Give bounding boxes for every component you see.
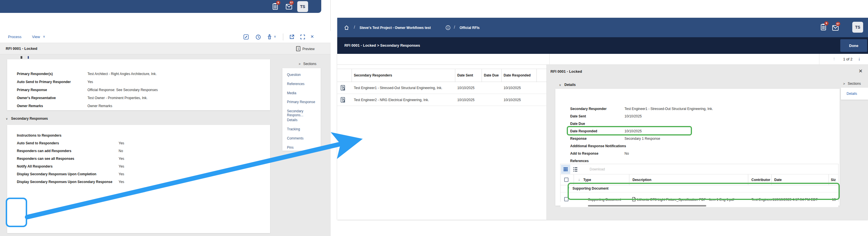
tab-details[interactable]: Details xyxy=(841,88,868,100)
field-label: Auto Send to Responders xyxy=(17,141,59,145)
field-value: Yes xyxy=(119,164,124,168)
sections-nav: Question References Media Primary Respon… xyxy=(282,68,321,151)
section-link-secondary-responses[interactable]: Secondary Respons... xyxy=(287,109,321,117)
home-icon[interactable] xyxy=(344,25,349,30)
select-all-checkbox[interactable] xyxy=(564,178,568,182)
secondary-responses-header[interactable]: ∨ Secondary Responses xyxy=(6,116,48,121)
col-date-due[interactable]: Date Due xyxy=(484,73,499,77)
section-link-references[interactable]: References xyxy=(287,82,304,86)
field-value: Yes xyxy=(119,180,124,184)
section-link-question[interactable]: Question xyxy=(287,73,301,77)
date-sent: 10/10/2025 xyxy=(457,98,474,102)
close-icon[interactable]: ✕ xyxy=(310,34,314,39)
field-value-response: Secondary 1 Response xyxy=(624,137,660,141)
section-link-comments[interactable]: Comments xyxy=(287,136,304,140)
doc-preview-icon[interactable] xyxy=(340,85,346,91)
sections-label: Sections xyxy=(848,82,861,86)
projects-doc-icon[interactable]: 9 xyxy=(819,23,828,31)
field-label: Instructions to Responders xyxy=(17,133,61,137)
refs-toolbar: Download xyxy=(560,164,838,175)
field-value: 10/10/2025 xyxy=(624,114,642,118)
sort-down-icon[interactable]: ↓ xyxy=(578,177,580,182)
col-date[interactable]: Date xyxy=(774,178,782,182)
fullscreen-icon[interactable] xyxy=(300,34,306,40)
field-value: Owner Remarks xyxy=(88,104,112,108)
chevron-right-icon: > xyxy=(843,82,845,85)
prev-page-icon[interactable]: ↑ xyxy=(833,56,835,62)
section-link-media[interactable]: Media xyxy=(287,91,297,95)
sections-label: Sections xyxy=(303,62,316,66)
date-responded: 10/10/2025 xyxy=(504,86,521,90)
avatar[interactable]: TS xyxy=(852,22,863,33)
history-icon[interactable] xyxy=(255,34,261,40)
projects-doc-icon[interactable]: 9 xyxy=(271,2,280,11)
chevron-down-icon: ∨ xyxy=(43,35,45,38)
secondary-responses-title: Secondary Responses xyxy=(11,116,48,121)
share-icon[interactable] xyxy=(267,34,273,40)
info-icon[interactable] xyxy=(445,25,451,30)
doc-preview-icon[interactable] xyxy=(340,97,346,103)
breadcrumb-project[interactable]: Steve's Test Project - Owner Workflows t… xyxy=(360,26,431,30)
field-label: Display Secondary Responses Upon Complet… xyxy=(17,172,96,176)
details-section-header[interactable]: ∨ Details xyxy=(559,82,576,87)
rfi-title: RFI 0001 - Locked > Secondary Responses xyxy=(344,43,420,48)
preview-icon[interactable]: 1 xyxy=(296,46,301,52)
field-value: Test Owner - Prominent Properties, Ink. xyxy=(88,96,148,100)
next-page-icon[interactable]: ↓ xyxy=(858,56,861,62)
field-label: Responders can see all Responses xyxy=(17,157,74,161)
highlight-supporting-document-row xyxy=(568,183,840,200)
sections-header[interactable]: > Sections xyxy=(299,61,316,66)
field-label: Primary Responder(s) xyxy=(17,72,53,76)
field-label: Responders can add Responders xyxy=(17,149,71,153)
doc-badge: 9 xyxy=(824,21,829,25)
avatar[interactable]: TS xyxy=(297,1,308,12)
secondary-responses-list-panel: Secondary Responders Date Sent Date Due … xyxy=(337,65,547,220)
mail-icon[interactable]: 57 xyxy=(285,2,293,11)
sections-header[interactable]: > Sections xyxy=(843,81,861,86)
secondary-responses-card: Instructions to Responders Auto Send to … xyxy=(7,125,270,233)
chevron-down-icon[interactable]: ∨ xyxy=(274,35,276,38)
svg-text:1: 1 xyxy=(297,47,299,50)
col-secondary-responders[interactable]: Secondary Responders xyxy=(354,73,392,77)
download-button[interactable]: Download xyxy=(590,167,605,171)
col-date-responded[interactable]: Date Responded xyxy=(504,73,531,77)
field-label: Notify All Responders xyxy=(17,164,53,168)
mail-icon[interactable]: 57 xyxy=(831,24,840,32)
screenshot-root: 9 57 TS Process View ∨ ∨ xyxy=(0,0,868,236)
left-window: 9 57 TS Process View ∨ ∨ xyxy=(0,0,331,236)
preview-label[interactable]: Preview xyxy=(302,47,315,51)
chevron-right-icon: > xyxy=(299,62,300,65)
open-in-new-icon[interactable] xyxy=(289,34,295,40)
field-label-response: Response xyxy=(570,137,587,141)
section-link-primary-response[interactable]: Primary Response xyxy=(287,100,315,104)
list-view-icon[interactable] xyxy=(571,165,580,174)
list-row[interactable]: Test Engineer2 - NRG Electrical Engineer… xyxy=(337,94,547,106)
section-link-details[interactable]: Details xyxy=(287,118,298,122)
col-date-sent[interactable]: Date Sent xyxy=(457,73,473,77)
left-content: Primary Responder(s) Test Architect - Ri… xyxy=(0,54,331,236)
field-value: Yes xyxy=(119,157,124,161)
close-icon[interactable]: ✕ xyxy=(859,68,863,74)
grid-view-icon[interactable] xyxy=(561,165,570,174)
menu-process[interactable]: Process xyxy=(8,35,22,39)
breadcrumb-separator: / xyxy=(454,25,455,29)
menu-view[interactable]: View xyxy=(32,35,40,39)
done-button[interactable]: Done xyxy=(840,39,867,52)
scroll-fragment xyxy=(28,56,29,59)
col-size[interactable]: Siz xyxy=(831,178,836,182)
field-value: No xyxy=(624,152,629,156)
pagination-label: 1 of 2 xyxy=(843,57,852,61)
annotate-icon[interactable] xyxy=(243,34,249,40)
responder-name: Test Engineer1 - Stressed-Out Structural… xyxy=(354,86,442,90)
field-label: Primary Response xyxy=(17,88,47,92)
field-value: Official Response: See Secondary Respons… xyxy=(88,88,158,92)
horizontal-scrollbar[interactable] xyxy=(588,205,706,207)
col-type[interactable]: Type xyxy=(583,178,591,182)
done-label: Done xyxy=(849,44,859,48)
list-row[interactable]: Test Engineer1 - Stressed-Out Structural… xyxy=(337,82,547,94)
col-description[interactable]: Description xyxy=(632,178,651,182)
section-link-tracking[interactable]: Tracking xyxy=(287,127,300,131)
section-link-pins[interactable]: Pins xyxy=(287,146,293,150)
field-value: Yes xyxy=(88,80,93,84)
col-contributor[interactable]: Contributor xyxy=(751,178,770,182)
